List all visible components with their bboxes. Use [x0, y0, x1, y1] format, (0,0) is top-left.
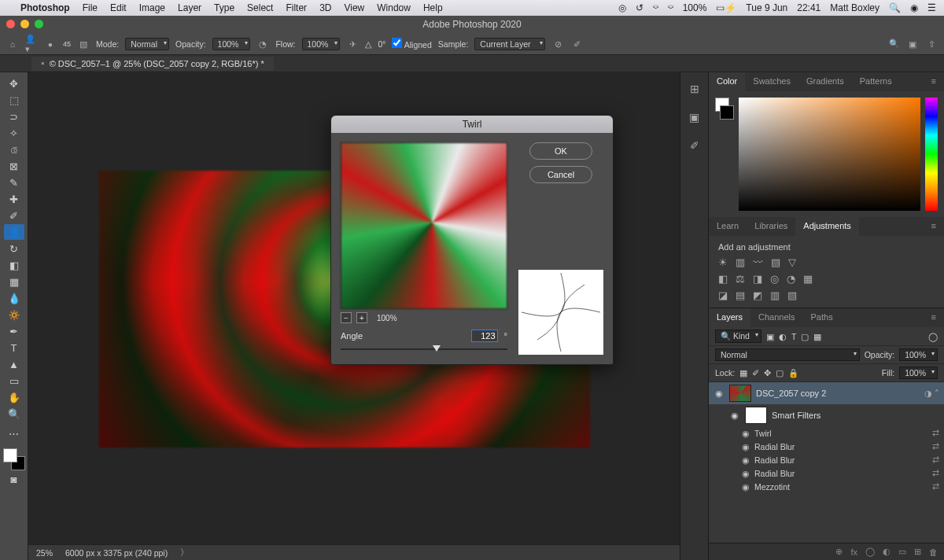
adj-invert-icon[interactable]: ◪ [718, 289, 728, 301]
frame-tool[interactable]: ⊠ [4, 158, 24, 174]
lasso-tool[interactable]: ⊃ [4, 109, 24, 124]
layer-opacity-select[interactable]: 100% [899, 348, 938, 361]
filter-toggle[interactable]: ◯ [928, 332, 938, 341]
siri-icon[interactable]: ◉ [910, 2, 918, 13]
visibility-icon[interactable]: ◉ [729, 411, 740, 421]
tab-color[interactable]: Color [709, 72, 745, 91]
healing-tool[interactable]: ✚ [4, 191, 24, 207]
lock-transparency-icon[interactable]: ▦ [739, 368, 747, 378]
dodge-tool[interactable]: 🔅 [4, 307, 24, 322]
shape-tool[interactable]: ▭ [4, 373, 24, 389]
cancel-button[interactable]: Cancel [529, 166, 592, 183]
filter-blend-icon[interactable]: ⇄ [932, 481, 939, 492]
fill-select[interactable]: 100% [899, 367, 938, 379]
adj-brightness-icon[interactable]: ☀ [718, 256, 728, 268]
menu-edit[interactable]: Edit [110, 2, 127, 13]
filter-row[interactable]: ◉Radial Blur⇄ [709, 453, 944, 466]
lock-all-icon[interactable]: 🔒 [788, 368, 798, 378]
delete-layer-icon[interactable]: 🗑 [929, 547, 938, 557]
filter-adj-icon[interactable]: ◐ [779, 332, 787, 341]
document-tab[interactable]: × © DSC_2057–1 @ 25% (DSC_2057 copy 2, R… [31, 57, 274, 71]
adj-selectivecolor-icon[interactable]: ▧ [787, 289, 797, 301]
clone-stamp-tool[interactable]: 👤 [4, 224, 24, 240]
filter-preview[interactable] [341, 142, 507, 309]
filter-blend-icon[interactable]: ⇄ [932, 455, 939, 465]
timemachine-icon[interactable]: ↺ [636, 2, 643, 13]
adj-gradientmap-icon[interactable]: ▥ [770, 289, 780, 301]
adj-colorbalance-icon[interactable]: ⚖ [736, 273, 745, 285]
filter-shape-icon[interactable]: ▢ [801, 332, 809, 341]
dock-icon-brushes[interactable]: ✐ [686, 137, 703, 154]
airbrush-icon[interactable]: ✈ [346, 38, 359, 50]
layer-thumb[interactable] [729, 385, 751, 402]
color-field[interactable] [739, 98, 920, 211]
adj-curves-icon[interactable]: 〰 [753, 256, 763, 268]
brush-panel-icon[interactable]: ▧ [77, 38, 90, 50]
minimize-window-button[interactable] [20, 20, 29, 28]
blend-mode-select[interactable]: Normal [125, 38, 169, 50]
tab-libraries[interactable]: Libraries [747, 217, 795, 236]
ok-button[interactable]: OK [529, 142, 592, 160]
eraser-tool[interactable]: ◧ [4, 257, 24, 273]
menu-window[interactable]: Window [377, 2, 411, 13]
home-icon[interactable]: ⌂ [6, 38, 19, 50]
search-icon[interactable]: 🔍 [887, 38, 900, 50]
panel-bg-swatch[interactable] [720, 105, 734, 120]
filter-row[interactable]: ◉Radial Blur⇄ [709, 440, 944, 453]
notification-icon[interactable]: ☰ [927, 2, 936, 13]
adj-vibrance-icon[interactable]: ▽ [788, 256, 796, 268]
pressure-opacity-icon[interactable]: ◔ [256, 38, 269, 50]
group-icon[interactable]: ▭ [898, 547, 906, 557]
spotlight-icon[interactable]: 🔍 [889, 2, 901, 13]
cc-sync-icon[interactable]: ◎ [618, 2, 626, 13]
filter-row[interactable]: ◉Radial Blur⇄ [709, 466, 944, 480]
crop-tool[interactable]: ⟃ [4, 142, 24, 157]
menu-help[interactable]: Help [423, 2, 443, 13]
hue-slider[interactable] [925, 98, 938, 211]
gradient-tool[interactable]: ▦ [4, 274, 24, 289]
lock-position-icon[interactable]: ✥ [764, 368, 771, 378]
tab-learn[interactable]: Learn [709, 217, 747, 236]
lock-paint-icon[interactable]: ✐ [752, 368, 759, 378]
zoom-tool[interactable]: 🔍 [4, 406, 24, 422]
zoom-window-button[interactable] [35, 20, 43, 28]
menu-layer[interactable]: Layer [178, 2, 201, 13]
adj-posterize-icon[interactable]: ▤ [736, 289, 745, 301]
brush-preset-icon[interactable]: ● [44, 38, 57, 50]
blur-tool[interactable]: 💧 [4, 290, 24, 306]
marquee-tool[interactable]: ⬚ [4, 92, 24, 108]
flow-select[interactable]: 100% [302, 38, 341, 50]
adj-levels-icon[interactable]: ▥ [736, 256, 745, 268]
sample-select[interactable]: Current Layer [474, 38, 545, 50]
adj-threshold-icon[interactable]: ◩ [753, 289, 762, 301]
fg-swatch[interactable] [3, 448, 17, 462]
menu-3d[interactable]: 3D [319, 2, 331, 13]
adj-hue-icon[interactable]: ◧ [718, 273, 728, 285]
adj-channelmixer-icon[interactable]: ◔ [787, 273, 795, 285]
lock-artboard-icon[interactable]: ▢ [776, 368, 784, 378]
adj-photofilter-icon[interactable]: ◎ [770, 273, 779, 285]
filter-mask-thumb[interactable] [745, 407, 767, 424]
status-zoom[interactable]: 25% [36, 548, 53, 558]
dock-icon-actions[interactable]: ▣ [686, 109, 703, 126]
ignore-adj-icon[interactable]: ⊘ [551, 38, 564, 50]
filter-blend-icon[interactable]: ⇄ [932, 441, 939, 451]
panel-menu-icon[interactable]: ≡ [924, 217, 944, 236]
type-tool[interactable]: T [4, 340, 24, 356]
adj-exposure-icon[interactable]: ▧ [771, 256, 780, 268]
zoom-in-button[interactable]: + [356, 312, 367, 323]
tab-gradients[interactable]: Gradients [798, 72, 852, 91]
layer-row[interactable]: ◉ DSC_2057 copy 2 ◑ ˄ [709, 382, 944, 404]
path-select-tool[interactable]: ▲ [4, 356, 24, 372]
bluetooth-icon[interactable]: ⌔ [653, 2, 658, 13]
menubar-date[interactable]: Tue 9 Jun [746, 2, 787, 13]
filter-row[interactable]: ◉Mezzotint⇄ [709, 480, 944, 493]
move-tool[interactable]: ✥ [4, 76, 24, 91]
tab-swatches[interactable]: Swatches [745, 72, 798, 91]
edit-toolbar[interactable]: ⋯ [4, 426, 24, 441]
close-window-button[interactable] [6, 20, 15, 28]
tab-layers[interactable]: Layers [709, 308, 750, 327]
visibility-icon[interactable]: ◉ [714, 389, 725, 399]
opacity-select[interactable]: 100% [212, 38, 251, 50]
status-dims[interactable]: 6000 px x 3375 px (240 ppi) [65, 548, 168, 558]
